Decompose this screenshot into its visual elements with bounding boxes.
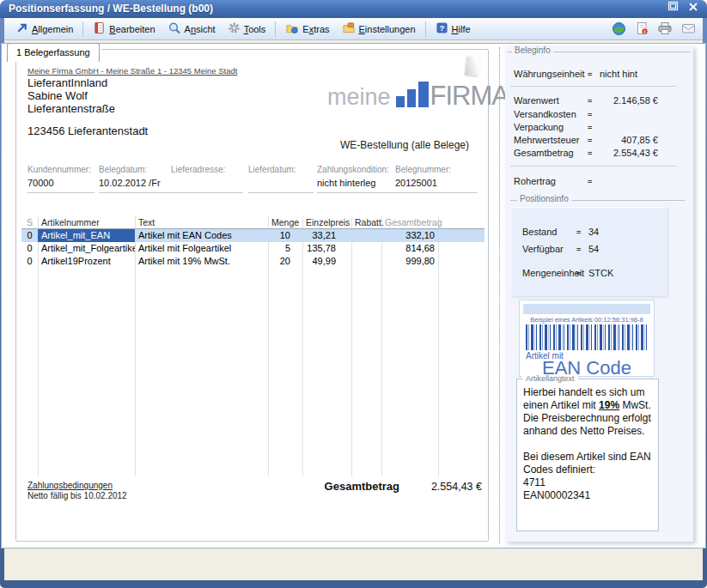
field-underline [248,192,314,193]
header-rabatt: Rabatt. [351,216,381,228]
field-value[interactable]: 70000 [27,178,94,190]
close-window-button[interactable] [686,2,700,15]
menu-einstellungen[interactable]: Einstellungen [336,20,422,38]
menu-hilfe[interactable]: ? Hilfe [430,20,477,38]
artikellangtext-box[interactable]: Artikellangtext Hierbei handelt es sich … [516,379,659,531]
vertical-dotted-separator [499,47,500,543]
groupbox-label: Beleginfo [512,45,553,55]
ean-code-line: EAN00002341 [523,489,652,502]
titlebar[interactable]: Positionserfassung / WE-Bestellung (b00) [0,0,707,18]
cell-text: Artikel mit EAN Codes [135,229,268,242]
positionsinfo-box: Bestand=34 Verfügbar=54 Mengeneinheit=ST… [510,207,667,296]
field-belegnummer: Belegnummer: 20125001 [395,165,478,193]
row-label: Bestand [522,226,576,238]
divider [510,166,676,167]
field-belegdatum: Belegdatum: 10.02.2012 /Fr [99,165,171,193]
field-underline [99,192,171,193]
cell-artikelnummer: Artikel19Prozent [38,255,135,268]
folder-extras-icon [285,21,299,36]
document-info-icon[interactable]: i [634,21,649,36]
blank-line [523,438,652,451]
field-lieferadresse: Lieferadresse: [171,165,243,193]
logo-text-meine: meine [327,84,391,110]
row-label: Versandkosten [514,108,588,120]
barcode-card-header-strip [523,304,650,314]
field-label: Lieferadresse: [171,165,243,174]
cell-s: 0 [21,229,38,242]
printer-icon[interactable] [657,21,673,36]
table-row[interactable]: 0 Artikel_mit_Folgeartikel Artikel mit F… [21,242,485,255]
field-value[interactable] [248,178,314,190]
menu-ansicht[interactable]: Ansicht [162,20,222,39]
menu-label: Hilfe [452,24,471,34]
table-row[interactable]: 0 Artikel19Prozent Artikel mit 19% MwSt.… [21,255,485,268]
logo-bars-icon [396,82,429,107]
beleginfo-panel: Beleginfo Währungseinheit=nicht hint War… [505,45,693,542]
header-artikelnummer: Artikelnummer [38,216,135,228]
menu-extras[interactable]: Extras [279,20,335,38]
cell-gesamtbetrag: 814,68 [381,242,438,255]
mail-icon[interactable] [680,21,696,36]
equals-sign: = [588,95,600,107]
magnifier-icon [168,21,181,37]
gear-icon [228,21,241,36]
cell-menge: 5 [268,242,302,255]
folder-settings-icon [342,21,356,36]
notebook-edit-icon [93,21,106,36]
beleginfo-row-gesamtbetrag: Gesamtbetrag=2.554,43 € [514,147,677,159]
equals-sign: = [588,176,600,188]
paragraph: Bei diesem Artikel sind EAN Codes defini… [523,451,652,476]
sender-address-line: Meine Firma GmbH - Meine Straße 1 - 1234… [27,66,237,76]
barcode-caption: Beispiel eines Artikels 00:12:56:31:98-8 [520,316,654,324]
equals-sign: = [588,69,600,81]
toolbar-separator [425,21,426,37]
menu-label: Extras [302,24,329,34]
menu-tools[interactable]: Tools [222,20,272,38]
header-einzelpreis: Einzelpreis [302,216,351,228]
total-label: Gesamtbetrag [274,480,399,493]
field-label: Kundennummer: [27,165,94,174]
window-controls [666,2,700,15]
row-value: 2.146,58 € [613,94,658,106]
header-s: S [21,216,38,228]
artikellangtext-content: Hierbei handelt es sich um einen Artikel… [517,379,658,502]
menu-bearbeiten[interactable]: Bearbeiten [87,20,161,38]
row-label: Gesamtbetrag [514,147,588,159]
ean-code-line: 4711 [523,476,652,489]
field-value[interactable] [171,178,243,190]
recipient-line: Lieferantenstraße [27,102,115,115]
cell-text: Artikel mit Folgeartikel [135,242,268,255]
positionsinfo-row-bestand: Bestand=34 [522,226,660,238]
beleginfo-row-waehrungseinheit: Währungseinheit=nicht hint [514,68,677,80]
beleginfo-row-rohertrag: Rohertrag= [514,175,677,187]
cell-rabatt [351,242,381,255]
field-value[interactable]: 10.02.2012 /Fr [99,178,171,190]
tab-content: Positionserfassung Meine Firma GmbH - Me… [1,43,706,549]
menu-allgemein[interactable]: Allgemein [9,20,79,38]
recipient-line: Sabine Wolf [27,89,115,102]
field-value[interactable]: 20125001 [395,178,478,190]
globe-icon[interactable] [611,21,626,36]
restore-window-button[interactable] [666,2,680,15]
row-label: Warenwert [514,94,588,106]
field-label: Belegnummer: [395,165,478,174]
zahlungsbedingungen-link[interactable]: Zahlungsbedingungen [27,481,113,490]
row-label: Rohertrag [514,175,588,187]
table-row[interactable]: 0 Artikel_mit_EAN Artikel mit EAN Codes … [21,229,485,242]
cell-gesamtbetrag: 332,10 [381,229,438,242]
cell-menge: 10 [268,229,302,242]
equals-sign: = [576,244,588,256]
row-label: Mengeneinheit [522,267,576,279]
header-gesamtbetrag: Gesamtbetrag [381,216,438,228]
cell-einzelpreis: 135,78 [302,242,351,255]
page-curl-decoration [466,56,482,76]
beleginfo-row-mehrwertsteuer: Mehrwertsteuer=407,85 € [514,134,677,146]
logo-text-firma: FIRMA [430,82,509,110]
equals-sign: = [588,122,600,134]
field-underline [171,192,243,193]
menu-label: Tools [244,24,266,34]
tab-belegerfassung[interactable]: 1 Belegerfassung [7,43,100,62]
field-zahlungskondition: Zahlungskondition: nicht hinterleg [317,165,398,193]
field-value[interactable]: nicht hinterleg [317,178,398,190]
toolbar-separator [82,21,83,37]
